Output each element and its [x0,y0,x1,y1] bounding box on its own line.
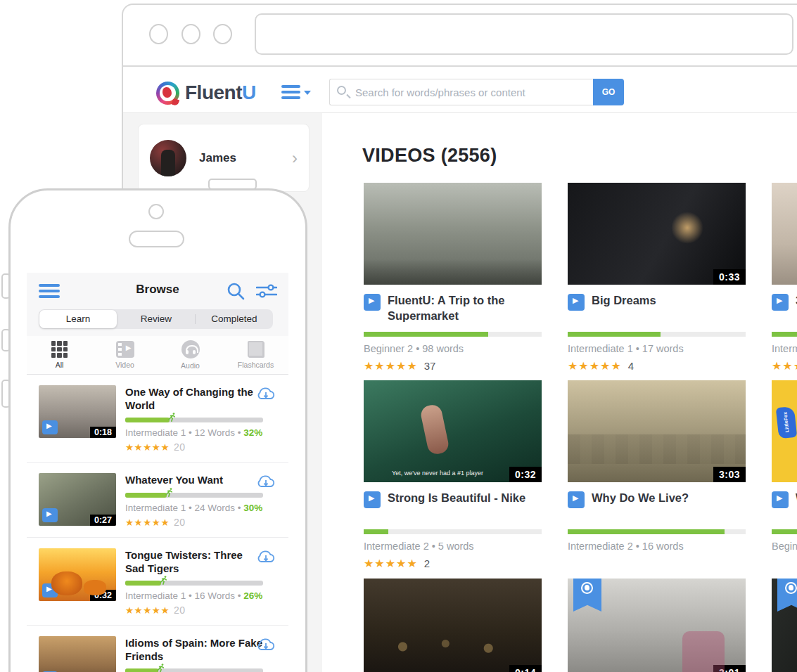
stars: ★★★★★ [568,360,622,372]
list-item[interactable]: 0:18 Idioms of Spain: More Fake Friends … [27,626,288,672]
filter-audio[interactable]: Audio [158,336,223,374]
go-button[interactable]: GO [593,79,624,105]
progress-bar [772,332,797,337]
rating: ★★★★★2 [364,557,542,570]
filter-all[interactable]: All [27,336,92,374]
tab-completed[interactable]: Completed [196,309,273,329]
rating: ★★★★★4 [568,359,746,373]
fluentu-ribbon-badge [777,579,797,612]
list-item[interactable]: 0:32 Tongue Twisters: Three Sad Tigers I… [27,538,288,626]
video-meta: Intermediate 2 • 16 words [568,541,746,552]
video-card: 0:33 Big Dreams Intermediate 1 • 17 word… [568,183,746,373]
list-item[interactable]: 0:18 One Way of Changing the World Inter… [27,375,288,463]
littlefox-logo: LittleFox [776,406,797,439]
filter-video[interactable]: Video [92,336,158,374]
progress-bar [125,581,263,586]
rating: ★★★ [772,359,797,373]
phone-speaker [129,231,184,247]
video-thumbnail[interactable]: Yet, we've never had a #1 player 0:32 [364,380,542,482]
video-thumbnail[interactable]: 0:14 [364,579,542,672]
duration-badge: 0:14 [509,665,542,672]
runner-icon [164,487,174,500]
video-title[interactable]: One Way of Changing the World [125,385,263,412]
window-control-3[interactable] [213,24,232,44]
video-thumbnail[interactable] [364,183,542,285]
progress-bar [364,529,542,534]
stars: ★★★★★ [364,557,418,569]
video-thumbnail[interactable]: LittleFox [772,380,797,482]
duration-badge: 0:32 [509,467,542,482]
window-control-1[interactable] [149,24,168,44]
video-thumbnail[interactable] [772,579,797,672]
download-cloud-icon[interactable] [255,385,276,405]
flashcards-icon [248,341,264,358]
video-meta: Intermediate 1 • 24 Words • 30% [125,503,275,513]
play-icon[interactable] [364,294,381,311]
rating: ★★★★★20 [125,517,275,528]
play-icon[interactable] [568,491,585,508]
rating: ★★★★★20 [125,441,275,453]
play-icon[interactable] [42,420,58,434]
video-title[interactable]: Strong Is Beautiful - Nike [388,491,525,506]
video-thumbnail[interactable]: 0:33 [568,183,746,285]
download-cloud-icon[interactable] [255,636,276,656]
play-icon[interactable] [42,583,58,597]
page-title: VIDEOS (2556) [362,145,497,167]
runner-icon [155,663,166,672]
video-title[interactable]: FluentU: A Trip to the Supermarket [388,293,542,324]
filter-sliders-icon[interactable] [256,283,277,299]
filter-flashcards[interactable]: Flashcards [223,336,288,374]
video-meta: Beginner 2 • 98 words [364,343,542,354]
rating-count: 2 [424,557,430,569]
play-icon[interactable] [42,508,58,522]
video-title[interactable]: Tongue Twisters: Three Sad Tigers [125,548,263,575]
app-header: Browse Learn Review Completed [27,273,288,336]
duration-badge: 0:32 [90,590,116,601]
video-thumbnail[interactable] [772,183,797,285]
play-icon[interactable] [772,491,789,508]
tab-learn[interactable]: Learn [39,310,117,328]
window-control-2[interactable] [181,24,200,44]
runner-icon [158,575,169,588]
stars: ★★★★★ [364,360,418,372]
content-type-filters: All Video Audio Flashcards [27,336,288,375]
search-icon [337,86,346,95]
rating-count: 20 [174,605,186,616]
download-cloud-icon[interactable] [255,473,276,493]
play-icon[interactable] [772,294,789,311]
video-thumbnail[interactable]: 0:18 [39,385,116,438]
video-title[interactable]: Whatever You Want [125,473,263,486]
progress-bar [125,668,263,672]
video-thumbnail[interactable]: 0:32 [39,548,116,601]
search-input[interactable] [329,79,593,105]
nav-menu-button[interactable] [281,85,312,102]
download-cloud-icon[interactable] [255,548,276,568]
page: FluentU GO James VIDEOS (2556) FluentU: … [0,0,797,672]
video-thumbnail[interactable]: 3:03 [568,380,746,482]
video-title[interactable]: Big Dreams [592,293,656,309]
play-icon[interactable] [568,294,585,311]
stars: ★★★★★ [125,442,170,453]
progress-bar [125,418,263,422]
video-card-partial: 3 Interm ★★★ [772,183,797,373]
video-title[interactable]: Idioms of Spain: More Fake Friends [125,636,263,663]
duration-badge: 3:01 [713,665,746,672]
globe-icon [785,582,797,594]
video-thumbnail[interactable]: 0:18 [39,636,116,672]
user-name: James [199,151,236,165]
video-thumbnail[interactable]: 0:27 [39,473,116,526]
video-card: 3:03 Why Do We Live? Intermediate 2 • 16… [568,380,746,552]
video-meta: Intermediate 1 • 16 Words • 26% [125,590,275,601]
list-item[interactable]: 0:27 Whatever You Want Intermediate 1 • … [27,463,288,537]
tab-review[interactable]: Review [117,309,195,329]
video-title[interactable]: Why Do We Live? [592,491,689,506]
video-thumbnail[interactable]: 3:01 [568,579,746,672]
play-icon[interactable] [364,491,381,508]
video-card-partial: LittleFox W Begin [772,380,797,552]
progress-bar [364,332,542,337]
app-search-icon[interactable] [227,282,245,300]
url-bar[interactable] [255,13,793,55]
rating-count: 20 [174,517,186,528]
fluentu-logo[interactable]: FluentU [156,80,256,105]
video-meta: Intermediate 1 • 17 words [568,343,746,354]
